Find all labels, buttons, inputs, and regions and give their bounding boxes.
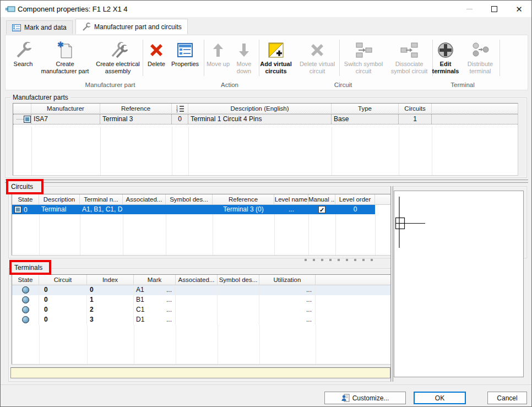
cell-index[interactable]: 2 — [87, 305, 134, 315]
header-state[interactable]: State — [12, 275, 39, 285]
cell-mark[interactable]: B1... — [134, 295, 176, 305]
header-reference[interactable]: Reference — [213, 194, 274, 205]
cell-associated[interactable] — [176, 315, 218, 325]
maximize-button[interactable] — [482, 1, 507, 17]
cell-type[interactable]: Base — [332, 115, 399, 124]
cell-circuit[interactable]: 0 — [39, 295, 87, 305]
header-state[interactable]: State — [12, 194, 39, 205]
header-terminal-n[interactable]: Terminal n... — [80, 194, 123, 205]
ellipsis-button[interactable]: ... — [306, 286, 312, 294]
cell-level-name-ellipsis[interactable]: ... — [274, 205, 308, 214]
cell-symbol-des[interactable] — [218, 285, 259, 295]
cell-associated[interactable] — [123, 205, 166, 214]
vertical-splitter[interactable] — [390, 186, 393, 382]
header-expander[interactable] — [13, 104, 31, 114]
header-description[interactable]: Description (English) — [188, 104, 332, 114]
add-virtual-circuits-button[interactable]: Add virtual circuits — [256, 40, 296, 83]
dissociate-symbol-circuit-button[interactable]: Dissociate symbol circuit — [387, 40, 431, 83]
cell-terminal-names[interactable]: A1, B1, C1, D1 — [80, 205, 123, 214]
ellipsis-button[interactable]: ... — [166, 285, 172, 295]
header-level-order[interactable]: Level order — [335, 194, 375, 205]
tab-mark-and-data[interactable]: Mark and data — [6, 20, 73, 34]
cell-associated[interactable] — [176, 305, 218, 315]
tab-manufacturer-part-and-circuits[interactable]: Manufacturer part and circuits — [75, 19, 188, 34]
cell-index[interactable]: 1 — [87, 295, 134, 305]
cell-mark[interactable]: C1... — [134, 305, 176, 315]
cell-index[interactable]: 3 — [87, 315, 134, 325]
header-manual[interactable]: Manual ... — [308, 194, 335, 205]
cell-mark[interactable]: A1... — [134, 285, 176, 295]
checked-checkbox-icon[interactable]: ✓ — [318, 206, 325, 213]
header-associated[interactable]: Associated... — [176, 275, 218, 285]
close-button[interactable]: ✕ — [507, 1, 531, 17]
search-button[interactable]: Search — [8, 40, 39, 83]
header-reference[interactable]: Reference — [100, 104, 172, 114]
cell-circuits[interactable]: 1 — [399, 115, 432, 124]
cell-associated[interactable] — [176, 295, 218, 305]
cell-utilization[interactable]: ... — [259, 295, 316, 305]
grip-splitter[interactable] — [305, 259, 373, 261]
cell-symbol-des[interactable] — [218, 295, 259, 305]
edit-terminals-button[interactable]: Edit terminals — [429, 40, 462, 83]
cell-symbol-des[interactable] — [166, 205, 213, 214]
move-up-button[interactable]: Move up — [206, 40, 230, 83]
distribute-terminal-button[interactable]: Distribute terminal — [463, 40, 498, 83]
header-manufacturer[interactable]: Manufacturer — [31, 104, 100, 114]
horizontal-splitter[interactable] — [5, 180, 528, 183]
cell-description[interactable]: Terminal 1 Circuit 4 Pins — [188, 115, 332, 124]
ellipsis-button[interactable]: ... — [166, 295, 172, 305]
cell-index[interactable]: 0 — [87, 285, 134, 295]
cell-mark[interactable]: D1... — [134, 315, 176, 325]
delete-virtual-circuit-button[interactable]: Delete virtual circuit — [296, 40, 339, 83]
header-sort-order[interactable]: 123 — [172, 104, 188, 114]
ellipsis-button[interactable]: ... — [166, 305, 172, 315]
header-mark[interactable]: Mark — [134, 275, 176, 285]
cell-state[interactable] — [12, 305, 39, 315]
cell-description[interactable]: Terminal — [39, 205, 80, 214]
cell-circuit[interactable]: 0 — [39, 285, 87, 295]
cell-utilization[interactable]: ... — [259, 315, 316, 325]
cell-state[interactable] — [12, 315, 39, 325]
customize-button[interactable]: Customize... — [324, 392, 406, 404]
header-associated[interactable]: Associated... — [123, 194, 166, 205]
ellipsis-button[interactable]: ... — [306, 316, 312, 323]
properties-button[interactable]: Properties — [169, 40, 202, 83]
terminal-row[interactable]: 0 1 B1... ... — [12, 295, 391, 305]
cell-level-order[interactable]: 0 — [335, 205, 375, 214]
header-circuit[interactable]: Circuit — [39, 275, 87, 285]
create-manufacturer-part-button[interactable]: ✱ Create manufacturer part — [39, 40, 91, 83]
cell-manufacturer[interactable]: ISA7 — [31, 115, 100, 124]
cell-state[interactable]: 0 — [12, 205, 39, 214]
cell-utilization[interactable]: ... — [259, 305, 316, 315]
cell-circuit[interactable]: 0 — [39, 305, 87, 315]
move-down-button[interactable]: Move down — [230, 40, 258, 83]
cell-symbol-des[interactable] — [218, 315, 259, 325]
cell-symbol-des[interactable] — [218, 305, 259, 315]
minimize-button[interactable] — [457, 1, 482, 17]
header-symbol-des[interactable]: Symbol des... — [166, 194, 213, 205]
cell-state[interactable] — [12, 295, 39, 305]
cell-associated[interactable] — [176, 285, 218, 295]
status-input-field[interactable] — [10, 367, 390, 378]
header-symbol-des[interactable]: Symbol des... — [218, 275, 259, 285]
cell-reference[interactable]: Terminal 3 (0) — [213, 205, 274, 214]
row-expander-cell[interactable] — [13, 115, 31, 124]
terminal-row[interactable]: 0 2 C1... ... — [12, 305, 391, 315]
circuit-row-selected[interactable]: 0 Terminal A1, B1, C1, D1 Terminal 3 (0)… — [12, 205, 391, 214]
header-type[interactable]: Type — [332, 104, 399, 114]
delete-button[interactable]: Delete — [144, 40, 169, 83]
manufacturer-part-row[interactable]: ISA7 Terminal 3 0 Terminal 1 Circuit 4 P… — [13, 114, 518, 124]
ellipsis-button[interactable]: ... — [306, 306, 312, 313]
header-level-name[interactable]: Level name — [274, 194, 308, 205]
create-electrical-assembly-button[interactable]: Create electrical assembly — [91, 40, 144, 83]
terminal-row[interactable]: 0 0 A1... ... — [12, 285, 391, 295]
ok-button[interactable]: OK — [414, 392, 466, 404]
header-utilization[interactable]: Utilization — [259, 275, 316, 285]
cell-utilization[interactable]: ... — [259, 285, 316, 295]
switch-symbol-circuit-button[interactable]: Switch symbol circuit — [340, 40, 387, 83]
cancel-button[interactable]: Cancel — [487, 392, 527, 404]
cell-reference[interactable]: Terminal 3 — [100, 115, 172, 124]
header-description[interactable]: Description — [39, 194, 80, 205]
header-index[interactable]: Index — [87, 275, 134, 285]
cell-circuit[interactable]: 0 — [39, 315, 87, 325]
